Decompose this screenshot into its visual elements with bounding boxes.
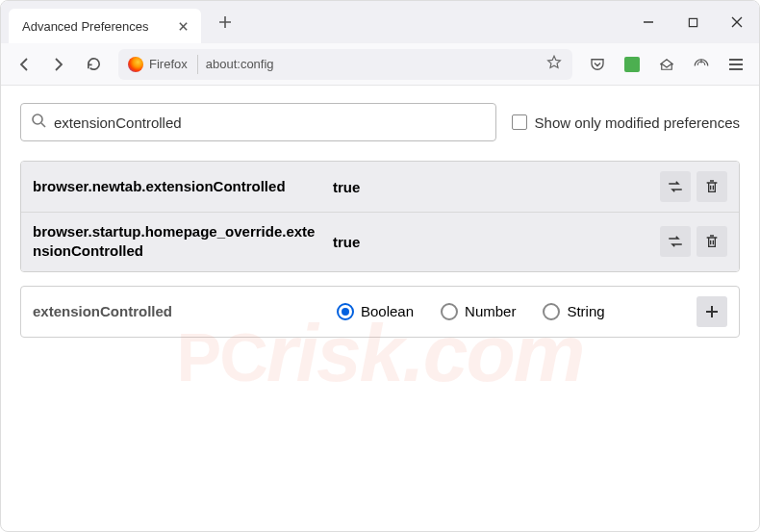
close-tab-button[interactable] <box>174 17 191 35</box>
pref-name: browser.startup.homepage_override.extens… <box>33 222 321 262</box>
new-tab-button[interactable] <box>211 8 240 37</box>
radio-string[interactable]: String <box>543 303 604 320</box>
toggle-button[interactable] <box>660 171 691 202</box>
modified-only-checkbox[interactable]: Show only modified preferences <box>512 114 740 131</box>
radio-number[interactable]: Number <box>441 303 516 320</box>
window-minimize-button[interactable] <box>626 1 671 43</box>
pref-row: browser.startup.homepage_override.extens… <box>21 212 739 271</box>
radio-icon <box>441 303 458 320</box>
search-icon <box>31 113 46 132</box>
activity-button[interactable] <box>686 49 717 80</box>
results-table: browser.newtab.extensionControlled true … <box>20 161 740 272</box>
forward-button[interactable] <box>43 49 74 80</box>
back-button[interactable] <box>9 49 39 80</box>
add-button[interactable] <box>697 296 727 327</box>
url-bar[interactable]: Firefox about:config <box>118 49 572 80</box>
star-icon[interactable] <box>545 54 563 75</box>
identity-label: Firefox <box>149 57 188 71</box>
pref-value: true <box>333 234 648 250</box>
firefox-logo-icon <box>128 57 143 72</box>
toggle-button[interactable] <box>660 226 691 257</box>
type-radio-group: Boolean Number String <box>337 303 681 320</box>
radio-label: Boolean <box>361 303 414 319</box>
pref-value: true <box>333 179 648 195</box>
add-preference-row: extensionControlled Boolean Number Strin… <box>20 286 740 338</box>
radio-icon <box>337 303 354 320</box>
inbox-button[interactable] <box>651 49 682 80</box>
search-box[interactable] <box>20 103 496 141</box>
radio-label: Number <box>465 303 516 319</box>
checkbox-icon <box>512 114 527 130</box>
checkbox-label: Show only modified preferences <box>535 114 740 131</box>
delete-button[interactable] <box>697 171 727 202</box>
identity-box[interactable]: Firefox <box>128 55 198 74</box>
window-close-button[interactable] <box>715 1 759 43</box>
extension-icon <box>624 57 640 72</box>
window-maximize-button[interactable] <box>671 1 715 43</box>
extension-button[interactable] <box>617 49 647 80</box>
toolbar: Firefox about:config <box>1 43 759 86</box>
search-input[interactable] <box>54 114 486 131</box>
svg-rect-0 <box>689 18 697 26</box>
menu-button[interactable] <box>721 49 751 80</box>
pref-name: browser.newtab.extensionControlled <box>33 177 321 196</box>
browser-tab[interactable]: Advanced Preferences <box>9 9 201 43</box>
reload-button[interactable] <box>78 49 109 80</box>
pref-row: browser.newtab.extensionControlled true <box>21 162 739 212</box>
content-area: PCrisk.com Show only modified preference… <box>1 86 759 531</box>
new-pref-name: extensionControlled <box>33 303 321 319</box>
pocket-button[interactable] <box>582 49 613 80</box>
delete-button[interactable] <box>697 226 727 257</box>
radio-boolean[interactable]: Boolean <box>337 303 414 320</box>
titlebar: Advanced Preferences <box>1 1 759 43</box>
svg-point-1 <box>33 114 42 124</box>
url-text: about:config <box>206 57 538 71</box>
tab-title: Advanced Preferences <box>22 19 165 34</box>
radio-icon <box>543 303 560 320</box>
radio-label: String <box>567 303 604 319</box>
